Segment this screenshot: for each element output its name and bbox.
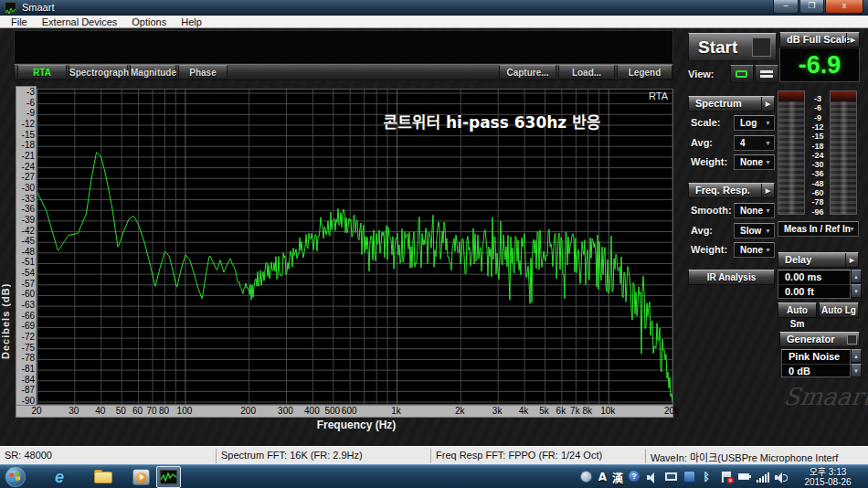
tab-magnitude[interactable]: Magnitude [130,65,176,80]
meter-scale-label: -18 [806,142,830,151]
windows-start-button[interactable] [5,467,26,487]
view-split-button[interactable] [755,65,778,83]
y-tick-label: -42 [16,226,35,236]
button-capture[interactable]: Capture... [499,65,556,80]
delay-down-button[interactable]: ▼ [851,284,862,298]
meter-scale-label: -3 [806,94,830,103]
meas-input-meter [778,90,805,215]
freq-resp-smooth-label: Smooth: [691,205,732,216]
db-full-scale-value: -6.9 [779,48,860,82]
freq-resp-avg-dropdown[interactable]: Slow▼ [734,223,775,239]
freq-resp-smooth-dropdown[interactable]: None▼ [734,203,775,218]
tab-rta[interactable]: RTA [17,65,67,80]
taskbar: e A 漢 ? ᛒ x [0,464,868,488]
windows-explorer-icon[interactable] [93,468,115,486]
taskbar-clock[interactable]: 오후 3:13 2015-08-26 [791,467,864,487]
x-tick-label: 2k [444,406,475,416]
delay-up-button[interactable]: ▲ [851,270,862,283]
input-select-dropdown[interactable]: Meas In / Ref In▼ [778,221,859,237]
auto-sm-button[interactable]: Auto Sm [778,302,817,318]
start-button[interactable]: Start [688,33,777,61]
smaart-window: Smaart – ❐ x FileExternal DevicesOptions… [0,0,868,488]
internet-explorer-icon[interactable]: e [55,468,77,486]
status-separator [645,449,646,463]
app-icon [5,2,16,13]
auto-lg-button[interactable]: Auto Lg [819,302,859,318]
tab-phase[interactable]: Phase [178,65,228,80]
spectrum-avg-dropdown[interactable]: 4▼ [734,135,775,151]
minimize-button[interactable]: – [773,0,799,14]
media-player-icon[interactable] [132,468,153,486]
delay-ft-value: 0.00 ft [778,284,850,298]
db-full-scale-header[interactable]: dB Full Scale▶ [779,32,860,48]
spectrum-weight-dropdown[interactable]: None▼ [734,154,775,170]
x-tick-label: 1k [381,406,412,416]
y-axis-title: Decibels (dB) [0,225,15,417]
spectrum-header[interactable]: Spectrum▶ [688,96,775,111]
tray-ime-latin-indicator[interactable]: A [598,471,607,483]
menu-item-external-devices[interactable]: External Devices [35,16,125,28]
start-indicator-square [752,37,771,57]
menu-item-options[interactable]: Options [124,16,174,28]
freq-resp-header[interactable]: Freq. Resp.▶ [688,183,775,198]
status-bar: SR: 48000Spectrum FFT: 16K (FR: 2.9Hz)Fr… [0,446,868,464]
y-tick-label: -60 [16,289,35,299]
tray-app-icon[interactable] [683,471,696,483]
generator-up-button[interactable]: ▲ [851,349,862,363]
delay-display: 0.00 ms 0.00 ft [778,270,851,299]
tray-ime-globe-icon[interactable] [580,471,593,483]
y-tick-label: -57 [16,279,35,289]
smaart-taskbar-button[interactable] [156,466,181,488]
button-load[interactable]: Load... [558,65,615,80]
meter-scale-label: -30 [806,160,830,169]
right-arrow-icon: ▶ [846,33,859,47]
ir-analysis-button[interactable]: IR Analysis [688,270,775,285]
close-button[interactable]: x [825,0,863,14]
generator-header[interactable]: Generator [779,332,860,347]
restore-button[interactable]: ❐ [799,0,824,14]
meter-scale-label: -9 [806,113,830,122]
tray-bluetooth-icon[interactable]: ᛒ [702,471,715,483]
tray-network-signal-icon[interactable] [757,471,769,483]
plot-mode-label: RTA [649,90,668,101]
y-tick-label: -33 [16,194,35,204]
dropdown-value: Log [740,118,757,128]
tray-action-center-flag-icon[interactable]: x [720,471,733,483]
tray-help-icon[interactable]: ? [629,471,641,483]
menu-item-help[interactable]: Help [174,16,209,28]
y-tick-label: -87 [16,385,35,395]
y-tick-label: -51 [16,257,35,267]
meter-scale-label: -24 [806,151,830,160]
y-tick-label: -30 [16,183,35,193]
meter-scale-label: -78 [806,197,830,207]
freq-resp-weight-dropdown[interactable]: None▼ [734,242,775,258]
spectrum-scale-dropdown[interactable]: Log▼ [734,115,775,131]
delay-header[interactable]: Delay▶ [778,252,859,268]
y-tick-label: -9 [16,108,35,118]
tray-speaker-icon[interactable] [647,471,660,483]
tray-volume-icon[interactable] [775,471,788,483]
generator-down-button[interactable]: ▼ [851,364,862,377]
generator-display: Pink Noise 0 dB [781,349,851,377]
tab-spectrograph[interactable]: Spectrograph [69,65,128,80]
status-item-1: Spectrum FFT: 16K (FR: 2.9Hz) [221,450,363,461]
view-single-button[interactable] [730,65,754,83]
title-bar: Smaart – ❐ x [0,0,868,16]
system-tray: A 漢 ? ᛒ x [580,465,788,488]
y-tick-label: -75 [16,343,35,353]
button-legend[interactable]: Legend [617,65,672,80]
generator-on-checkbox[interactable] [847,334,857,345]
tray-monitor-icon[interactable] [665,471,678,483]
menu-item-file[interactable]: File [4,16,35,28]
tray-ime-hanja-indicator[interactable]: 漢 [612,470,623,485]
freq-resp-avg-label: Avg: [691,225,713,236]
meter-scale-label: -96 [806,207,830,217]
y-tick-label: -27 [16,172,35,182]
status-separator [216,449,217,463]
tray-battery-icon[interactable] [738,471,751,483]
y-tick-label: -36 [16,204,35,214]
chevron-down-icon: ▼ [765,224,771,238]
y-tick-label: -3 [16,87,35,97]
y-tick-label: -21 [16,151,35,161]
rta-plot[interactable]: 콘트위터 hi-pass 630hz 반응 RTA [37,89,673,405]
